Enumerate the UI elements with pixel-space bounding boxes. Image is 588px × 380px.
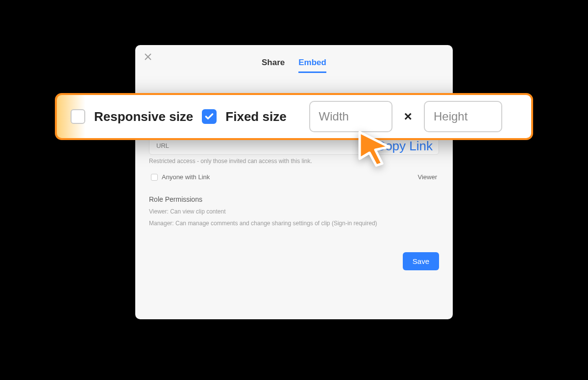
multiply-icon: × — [401, 109, 415, 124]
anyone-label: Anyone with Link — [162, 173, 210, 181]
role-permissions-title: Role Permissions — [149, 195, 439, 203]
role-permissions-manager: Manager: Can manage comments and change … — [149, 220, 439, 227]
anyone-role-select[interactable]: Viewer — [417, 173, 437, 181]
role-permissions-viewer: Viewer: Can view clip content — [149, 208, 439, 215]
responsive-size-label: Responsive size — [94, 109, 193, 124]
cursor-icon — [355, 129, 394, 168]
close-icon — [145, 53, 151, 60]
tab-share[interactable]: Share — [262, 58, 285, 73]
width-input[interactable]: Width — [309, 101, 392, 132]
share-embed-modal: Share Embed URL Copy Link Restricted acc… — [135, 45, 453, 319]
tab-embed[interactable]: Embed — [298, 58, 326, 73]
height-input[interactable]: Height — [424, 101, 502, 132]
responsive-size-checkbox[interactable] — [71, 109, 85, 124]
tabs: Share Embed — [149, 58, 439, 73]
fixed-size-checkbox[interactable] — [202, 109, 217, 124]
check-icon — [204, 112, 214, 121]
close-button[interactable] — [143, 52, 153, 62]
anyone-checkbox[interactable] — [151, 174, 158, 181]
save-button[interactable]: Save — [403, 252, 439, 270]
anyone-with-link-row: Anyone with Link Viewer — [149, 173, 439, 181]
fixed-size-label: Fixed size — [225, 109, 286, 124]
size-options-bar: Responsive size Fixed size Width × Heigh… — [55, 93, 533, 140]
restricted-note: Restricted access - only those invited c… — [149, 158, 439, 165]
